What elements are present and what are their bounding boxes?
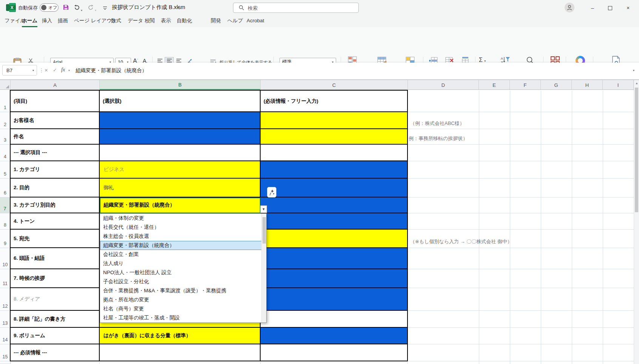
row-header-7[interactable]: 7 xyxy=(0,197,11,213)
cell-B2[interactable] xyxy=(100,112,261,129)
row-header-6[interactable]: 6 xyxy=(0,179,11,197)
cell-C1[interactable]: (必須情報・フリー入力) xyxy=(261,91,408,112)
column-header-f[interactable]: F xyxy=(510,80,541,90)
undo-icon[interactable] xyxy=(74,4,80,12)
cell-C3[interactable] xyxy=(261,129,408,145)
dropdown-option[interactable]: 組織・体制の変更 xyxy=(100,214,266,223)
cell-C15[interactable] xyxy=(261,344,408,361)
cell-C5[interactable] xyxy=(261,161,408,179)
tab-data[interactable]: データ xyxy=(128,15,143,27)
row-header-8[interactable]: 8 xyxy=(0,213,11,230)
tab-draw[interactable]: 描画 xyxy=(58,15,68,27)
validation-dropdown-button[interactable]: ▼ xyxy=(260,205,267,213)
cell-A15[interactable]: --- 必須情報 --- xyxy=(11,344,100,361)
cell-C7[interactable] xyxy=(261,197,408,213)
cell-A10[interactable]: 6. 頭語・結語 xyxy=(11,248,100,269)
ai-suggestion-button[interactable] xyxy=(267,187,276,197)
cell-B7-active[interactable]: 組織変更・部署新設（統廃合） xyxy=(100,197,261,213)
sheet-vertical-scrollbar[interactable]: ▲ xyxy=(634,80,639,364)
cell-B1[interactable]: (選択肢) xyxy=(100,91,261,112)
tab-formulas[interactable]: 数式 xyxy=(111,15,121,27)
cell-A5[interactable]: 1. カテゴリ xyxy=(11,161,100,179)
row-header-13[interactable]: 13 xyxy=(0,311,11,328)
formula-bar-content[interactable]: 組織変更・部署新設（統廃合） xyxy=(76,67,147,74)
cell-C10[interactable] xyxy=(261,248,408,269)
select-all-corner[interactable] xyxy=(0,80,11,90)
save-icon[interactable] xyxy=(63,4,69,12)
row-header-12[interactable]: 12 xyxy=(0,288,11,311)
column-header-g[interactable]: G xyxy=(541,80,572,90)
column-header-h[interactable]: H xyxy=(572,80,603,90)
cell-C6[interactable] xyxy=(261,179,408,197)
cell-B4[interactable] xyxy=(100,145,261,161)
cell-B14[interactable]: はがき（裏面）に収まる分量（標準） xyxy=(100,328,261,344)
minimize-button[interactable]: – xyxy=(586,3,599,13)
cell-C4[interactable] xyxy=(261,145,408,161)
cell-A9[interactable]: 5. 宛先 xyxy=(11,230,100,248)
search-box[interactable]: 検索 xyxy=(233,3,359,13)
row-header-16[interactable] xyxy=(0,361,11,364)
cell-A2[interactable]: お客様名 xyxy=(11,112,100,129)
undo-chevron-icon[interactable]: ▾ xyxy=(81,6,82,13)
tab-review[interactable]: 校閲 xyxy=(145,15,155,27)
autosave-toggle[interactable]: オフ xyxy=(40,3,59,12)
row-header-14[interactable]: 14 xyxy=(0,328,11,344)
scrollbar-thumb[interactable] xyxy=(635,88,638,212)
cell-A6[interactable]: 2. 目的 xyxy=(11,179,100,197)
tab-automate[interactable]: 自動化 xyxy=(177,15,192,27)
column-header-a[interactable]: A xyxy=(11,80,100,90)
cell-A12[interactable]: 8. メディア xyxy=(11,288,100,311)
row-header-2[interactable]: 2 xyxy=(0,112,11,129)
filename-chevron-icon[interactable]: ▾ xyxy=(178,6,179,9)
dropdown-option-selected[interactable]: 組織変更・部署新設（統廃合） xyxy=(100,241,266,250)
dropdown-option[interactable]: 子会社設立・分社化 xyxy=(100,277,266,286)
dropdown-scrollbar[interactable] xyxy=(261,214,266,322)
tab-insert[interactable]: 挿入 xyxy=(42,15,52,27)
account-avatar[interactable] xyxy=(565,3,574,12)
row-header-1[interactable]: 1 xyxy=(0,91,11,112)
insert-function-icon[interactable]: fx xyxy=(61,67,65,73)
formula-bar-expand-chevron-icon[interactable]: ▾ xyxy=(633,69,634,72)
dropdown-option[interactable]: 社屋・工場等の竣工・落成・開設 xyxy=(100,313,266,322)
tab-developer[interactable]: 開発 xyxy=(211,15,221,27)
tab-page-layout[interactable]: ページ レイアウト xyxy=(74,15,117,27)
cell-C9[interactable] xyxy=(261,230,408,248)
cell-A13[interactable]: 8. 詳細「記」の書き方 xyxy=(11,311,100,328)
column-header-b[interactable]: B xyxy=(100,80,261,90)
cell-A7[interactable]: 3. カテゴリ別目的 xyxy=(11,197,100,213)
dropdown-option[interactable]: 社名（商号）変更 xyxy=(100,304,266,313)
note-D2[interactable]: （例：株式会社ABC様） xyxy=(410,120,465,127)
column-header-e[interactable]: E xyxy=(479,80,510,90)
cell-C13[interactable] xyxy=(261,311,408,328)
cell-B6[interactable]: 御礼 xyxy=(100,179,261,197)
tab-home[interactable]: ホーム xyxy=(22,15,37,27)
cell-C12[interactable] xyxy=(261,288,408,311)
file-name[interactable]: 挨拶状プロンプト作成 B.xlsm xyxy=(112,4,185,11)
dropdown-option[interactable]: 株主総会・役員改選 xyxy=(100,232,266,241)
column-header-c[interactable]: C xyxy=(261,80,408,90)
tab-acrobat[interactable]: Acrobat xyxy=(247,15,264,27)
cell-C14[interactable] xyxy=(261,328,408,344)
column-header-d[interactable]: D xyxy=(408,80,479,90)
dropdown-option[interactable]: 社長交代（就任・退任） xyxy=(100,223,266,232)
close-button[interactable]: × xyxy=(622,3,634,13)
note-D3[interactable]: 例：事務所移転の挨拶状） xyxy=(409,135,468,142)
cell-A8[interactable]: 4. トーン xyxy=(11,213,100,230)
cell-B15[interactable] xyxy=(100,344,261,361)
row-header-4[interactable]: 4 xyxy=(0,145,11,161)
cell-C11[interactable] xyxy=(261,269,408,288)
cell-C2[interactable] xyxy=(261,112,408,129)
scroll-up-arrow-icon[interactable]: ▲ xyxy=(635,82,638,85)
dropdown-option[interactable]: 法人成り xyxy=(100,259,266,268)
cell-B5[interactable]: ビジネス xyxy=(100,161,261,179)
name-box[interactable]: B7 ▾ xyxy=(2,65,37,76)
cell-B3[interactable] xyxy=(100,129,261,145)
dropdown-scrollbar-thumb[interactable] xyxy=(262,217,266,244)
note-D9[interactable]: （※もし個別なら入力 → 〇〇株式会社 御中） xyxy=(410,238,512,245)
cell-A14[interactable]: 9. ボリューム xyxy=(11,328,100,344)
row-header-3[interactable]: 3 xyxy=(0,129,11,145)
cell-C8[interactable] xyxy=(261,213,408,230)
maximize-button[interactable] xyxy=(604,3,616,13)
dropdown-option[interactable]: 合併・業務提携・M&A・事業譲渡（譲受）・業務提携 xyxy=(100,286,266,295)
row-header-9[interactable]: 9 xyxy=(0,230,11,248)
